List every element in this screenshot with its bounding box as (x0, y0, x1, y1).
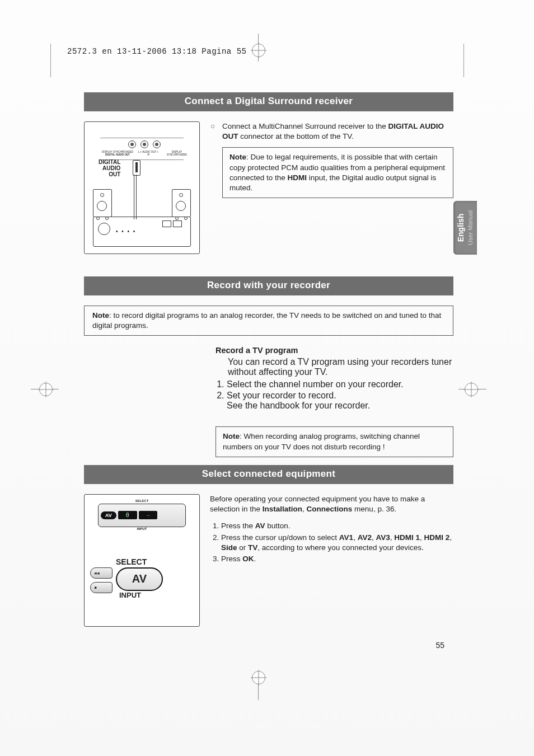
tab-language: English (456, 214, 465, 242)
note-box: Note: Due to legal requirements, it is p… (222, 147, 453, 198)
crop-mark (50, 44, 51, 77)
subsection-title: Record a TV program (216, 346, 453, 355)
remote-select-large: SELECT (116, 557, 147, 566)
registration-mark-icon (252, 44, 265, 57)
language-tab: English User Manual (453, 201, 477, 255)
registration-mark-icon (39, 383, 53, 396)
remote-input-large: INPUT (119, 591, 141, 599)
bullet-marker: ○ (210, 121, 216, 142)
digital-audio-out-label: DIGITAL AUDIO OUT (99, 159, 120, 177)
jack-icon (140, 140, 148, 148)
section-header-select-equipment: Select connected equipment (84, 465, 453, 484)
panel-label: L + AUDIO OUT + R (137, 151, 160, 156)
body-text: You can record a TV program using your r… (228, 357, 453, 377)
page-number: 55 (435, 641, 444, 650)
steps-list: Select the channel number on your record… (216, 379, 453, 411)
remote-rewind-button: ◂◂ (90, 567, 113, 579)
receiver-icon: • • • • (93, 217, 191, 247)
note-box: Note: to record digital programs to an a… (84, 306, 453, 336)
registration-mark-icon (465, 383, 478, 396)
figure-digital-audio-out: DISPLAY SYNCHRONIZED DIGITAL AUDIO OUT L… (84, 121, 200, 254)
remote-input-label: INPUT (137, 527, 147, 530)
cable-icon (132, 160, 140, 216)
jack-icon (153, 140, 161, 148)
jack-icon (128, 140, 136, 148)
panel-label: DISPLAY SYNCHRONIZED (163, 151, 191, 156)
remote-av-button-large: AV (116, 567, 163, 591)
tab-subtitle: User Manual (467, 210, 474, 245)
note-box: Note: When recording analog programs, sw… (216, 426, 453, 457)
remote-record-button: ● (90, 582, 113, 593)
crop-mark (463, 44, 464, 77)
speaker-icon (172, 189, 191, 217)
body-text: Before operating your connected equipmen… (210, 494, 453, 514)
steps-list: Press the AV button. Press the cursor up… (210, 521, 453, 564)
figure-remote: SELECT AV 0 – INPUT ◂◂ ● SELECT AV INPUT (84, 494, 200, 627)
remote-digit: 0 (118, 511, 137, 519)
print-header: 2572.3 en 13-11-2006 13:18 Pagina 55 (67, 47, 246, 56)
remote-av-pill: AV (101, 511, 116, 519)
section-header-connect-receiver: Connect a Digital Surround receiver (84, 92, 453, 111)
body-text: Connect a MultiChannel Surround receiver… (222, 121, 453, 142)
remote-select-label: SELECT (135, 499, 149, 503)
remote-dash: – (139, 511, 158, 519)
registration-mark-icon (252, 671, 265, 684)
section-header-record: Record with your recorder (84, 276, 453, 295)
speaker-icon (93, 189, 112, 217)
panel-label: DISPLAY SYNCHRONIZED DIGITAL AUDIO OUT (101, 151, 134, 156)
